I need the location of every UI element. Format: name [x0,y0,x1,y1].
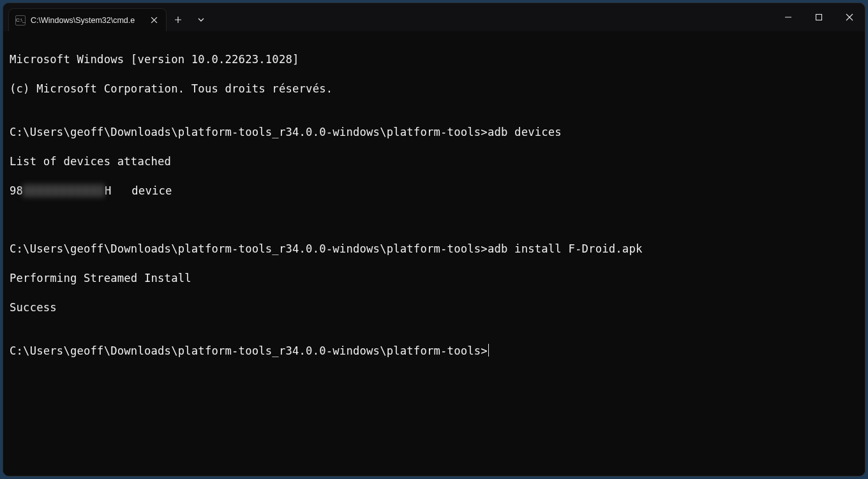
device-line: 98H device [10,184,861,198]
device-id-prefix: 98 [10,184,23,198]
prompt-line: C:\Users\geoff\Downloads\platform-tools_… [10,344,861,358]
cmd-icon: C:\_ [15,15,26,26]
close-window-button[interactable] [834,3,865,31]
maximize-button[interactable] [804,3,834,31]
output-line: List of devices attached [10,154,861,169]
tab-strip: C:\_ C:\Windows\System32\cmd.e [3,3,213,31]
tab-title: C:\Windows\System32\cmd.e [31,16,143,25]
output-line: (c) Microsoft Corporation. Tous droits r… [10,82,861,96]
minimize-button[interactable] [773,3,804,31]
prompt-path: C:\Users\geoff\Downloads\platform-tools_… [10,242,488,255]
command-line: C:\Users\geoff\Downloads\platform-tools_… [10,242,861,256]
prompt-path: C:\Users\geoff\Downloads\platform-tools_… [10,126,488,138]
output-line: Performing Streamed Install [10,271,861,286]
device-status: H device [105,184,172,198]
cursor [488,344,489,357]
output-line: Microsoft Windows [version 10.0.22623.10… [10,52,861,67]
window-controls [773,3,865,31]
new-tab-button[interactable] [167,8,190,31]
terminal-window: C:\_ C:\Windows\System32\cmd.e [3,3,865,476]
command-text: adb devices [488,126,562,138]
svg-rect-0 [816,15,822,20]
device-id-redacted [23,184,105,197]
title-bar: C:\_ C:\Windows\System32\cmd.e [3,3,865,31]
tab-cmd[interactable]: C:\_ C:\Windows\System32\cmd.e [8,8,167,31]
terminal-output[interactable]: Microsoft Windows [version 10.0.22623.10… [3,31,865,476]
command-line: C:\Users\geoff\Downloads\platform-tools_… [10,125,861,140]
command-text: adb install F-Droid.apk [488,242,643,255]
output-line: Success [10,300,861,315]
close-tab-button[interactable] [148,15,160,26]
prompt-path: C:\Users\geoff\Downloads\platform-tools_… [10,344,488,357]
titlebar-drag-area[interactable] [213,3,773,31]
tab-dropdown-button[interactable] [190,8,213,31]
